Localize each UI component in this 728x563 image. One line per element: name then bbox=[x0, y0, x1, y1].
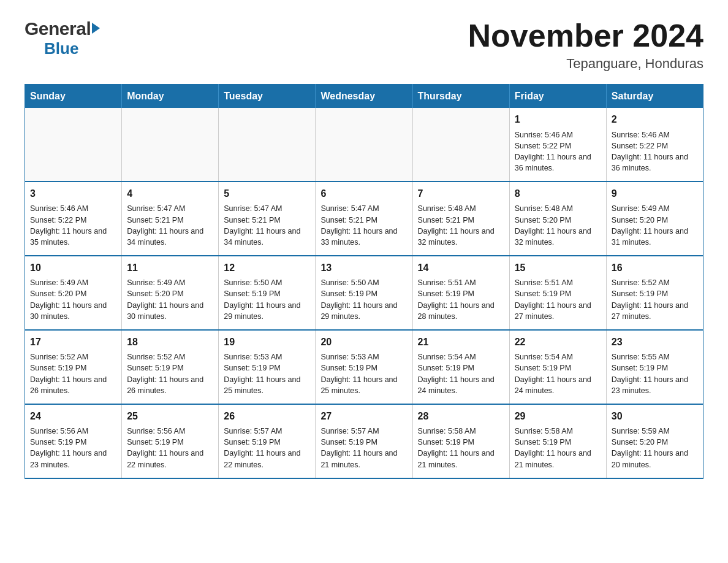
week-row-4: 17Sunrise: 5:52 AM Sunset: 5:19 PM Dayli… bbox=[25, 330, 703, 404]
logo-general-text: General bbox=[25, 18, 91, 39]
day-info: Sunrise: 5:57 AM Sunset: 5:19 PM Dayligh… bbox=[320, 426, 407, 470]
calendar-cell: 30Sunrise: 5:59 AM Sunset: 5:20 PM Dayli… bbox=[606, 404, 703, 478]
calendar-cell bbox=[25, 108, 122, 182]
calendar-cell: 24Sunrise: 5:56 AM Sunset: 5:19 PM Dayli… bbox=[25, 404, 122, 478]
day-info: Sunrise: 5:53 AM Sunset: 5:19 PM Dayligh… bbox=[224, 351, 310, 396]
page-header: General Blue November 2024 Tepanguare, H… bbox=[25, 18, 703, 72]
calendar-cell: 21Sunrise: 5:54 AM Sunset: 5:19 PM Dayli… bbox=[412, 330, 509, 404]
calendar-cell: 25Sunrise: 5:56 AM Sunset: 5:19 PM Dayli… bbox=[122, 404, 219, 478]
header-day-saturday: Saturday bbox=[606, 85, 703, 109]
day-info: Sunrise: 5:46 AM Sunset: 5:22 PM Dayligh… bbox=[30, 203, 116, 248]
day-info: Sunrise: 5:58 AM Sunset: 5:19 PM Dayligh… bbox=[418, 426, 504, 470]
calendar-cell: 9Sunrise: 5:49 AM Sunset: 5:20 PM Daylig… bbox=[606, 182, 703, 256]
day-number: 24 bbox=[30, 410, 116, 423]
day-number: 27 bbox=[320, 410, 407, 423]
calendar-table: SundayMondayTuesdayWednesdayThursdayFrid… bbox=[25, 84, 703, 478]
calendar-cell: 18Sunrise: 5:52 AM Sunset: 5:19 PM Dayli… bbox=[122, 330, 219, 404]
day-info: Sunrise: 5:57 AM Sunset: 5:19 PM Dayligh… bbox=[224, 426, 310, 470]
day-info: Sunrise: 5:54 AM Sunset: 5:19 PM Dayligh… bbox=[418, 351, 504, 396]
day-number: 15 bbox=[515, 261, 601, 275]
day-info: Sunrise: 5:54 AM Sunset: 5:19 PM Dayligh… bbox=[515, 351, 601, 396]
day-number: 17 bbox=[30, 335, 116, 349]
week-row-1: 1Sunrise: 5:46 AM Sunset: 5:22 PM Daylig… bbox=[25, 108, 703, 182]
calendar-cell: 6Sunrise: 5:47 AM Sunset: 5:21 PM Daylig… bbox=[316, 182, 412, 256]
calendar-cell: 4Sunrise: 5:47 AM Sunset: 5:21 PM Daylig… bbox=[122, 182, 219, 256]
day-number: 6 bbox=[320, 187, 407, 201]
calendar-cell: 22Sunrise: 5:54 AM Sunset: 5:19 PM Dayli… bbox=[509, 330, 606, 404]
logo-blue-text: Blue bbox=[44, 39, 78, 58]
week-row-5: 24Sunrise: 5:56 AM Sunset: 5:19 PM Dayli… bbox=[25, 404, 703, 478]
day-info: Sunrise: 5:56 AM Sunset: 5:19 PM Dayligh… bbox=[127, 426, 213, 470]
header-day-sunday: Sunday bbox=[25, 85, 122, 109]
day-number: 20 bbox=[320, 335, 407, 349]
day-number: 26 bbox=[224, 410, 310, 423]
day-info: Sunrise: 5:49 AM Sunset: 5:20 PM Dayligh… bbox=[30, 277, 116, 322]
calendar-cell bbox=[412, 108, 509, 182]
day-info: Sunrise: 5:56 AM Sunset: 5:19 PM Dayligh… bbox=[30, 426, 116, 470]
day-info: Sunrise: 5:49 AM Sunset: 5:20 PM Dayligh… bbox=[612, 203, 698, 248]
title-block: November 2024 Tepanguare, Honduras bbox=[468, 18, 703, 72]
calendar-cell: 7Sunrise: 5:48 AM Sunset: 5:21 PM Daylig… bbox=[412, 182, 509, 256]
day-number: 11 bbox=[127, 261, 213, 275]
location-text: Tepanguare, Honduras bbox=[468, 56, 703, 72]
logo-arrow-icon bbox=[92, 23, 100, 34]
day-info: Sunrise: 5:47 AM Sunset: 5:21 PM Dayligh… bbox=[320, 203, 407, 248]
day-info: Sunrise: 5:51 AM Sunset: 5:19 PM Dayligh… bbox=[515, 277, 601, 322]
day-number: 5 bbox=[224, 187, 310, 201]
week-row-3: 10Sunrise: 5:49 AM Sunset: 5:20 PM Dayli… bbox=[25, 256, 703, 330]
calendar-cell: 10Sunrise: 5:49 AM Sunset: 5:20 PM Dayli… bbox=[25, 256, 122, 330]
week-row-2: 3Sunrise: 5:46 AM Sunset: 5:22 PM Daylig… bbox=[25, 182, 703, 256]
day-info: Sunrise: 5:47 AM Sunset: 5:21 PM Dayligh… bbox=[224, 203, 310, 248]
calendar-cell: 2Sunrise: 5:46 AM Sunset: 5:22 PM Daylig… bbox=[606, 108, 703, 182]
day-number: 8 bbox=[515, 187, 601, 201]
day-info: Sunrise: 5:52 AM Sunset: 5:19 PM Dayligh… bbox=[612, 277, 698, 322]
calendar-header: SundayMondayTuesdayWednesdayThursdayFrid… bbox=[25, 85, 703, 109]
calendar-cell: 5Sunrise: 5:47 AM Sunset: 5:21 PM Daylig… bbox=[219, 182, 316, 256]
calendar-cell: 29Sunrise: 5:58 AM Sunset: 5:19 PM Dayli… bbox=[509, 404, 606, 478]
header-day-tuesday: Tuesday bbox=[219, 85, 316, 109]
day-number: 13 bbox=[320, 261, 407, 275]
calendar-cell: 28Sunrise: 5:58 AM Sunset: 5:19 PM Dayli… bbox=[412, 404, 509, 478]
day-info: Sunrise: 5:58 AM Sunset: 5:19 PM Dayligh… bbox=[515, 426, 601, 470]
calendar-cell: 19Sunrise: 5:53 AM Sunset: 5:19 PM Dayli… bbox=[219, 330, 316, 404]
day-number: 21 bbox=[418, 335, 504, 349]
day-info: Sunrise: 5:52 AM Sunset: 5:19 PM Dayligh… bbox=[30, 351, 116, 396]
day-number: 18 bbox=[127, 335, 213, 349]
calendar-body: 1Sunrise: 5:46 AM Sunset: 5:22 PM Daylig… bbox=[25, 108, 703, 478]
day-number: 4 bbox=[127, 187, 213, 201]
day-number: 1 bbox=[515, 113, 601, 126]
day-info: Sunrise: 5:55 AM Sunset: 5:19 PM Dayligh… bbox=[612, 351, 698, 396]
header-row: SundayMondayTuesdayWednesdayThursdayFrid… bbox=[25, 85, 703, 109]
month-title: November 2024 bbox=[468, 18, 703, 53]
calendar-cell: 12Sunrise: 5:50 AM Sunset: 5:19 PM Dayli… bbox=[219, 256, 316, 330]
calendar-cell: 13Sunrise: 5:50 AM Sunset: 5:19 PM Dayli… bbox=[316, 256, 412, 330]
day-info: Sunrise: 5:52 AM Sunset: 5:19 PM Dayligh… bbox=[127, 351, 213, 396]
day-number: 2 bbox=[612, 113, 698, 126]
calendar-cell bbox=[122, 108, 219, 182]
header-day-friday: Friday bbox=[509, 85, 606, 109]
calendar-cell: 26Sunrise: 5:57 AM Sunset: 5:19 PM Dayli… bbox=[219, 404, 316, 478]
day-number: 19 bbox=[224, 335, 310, 349]
day-info: Sunrise: 5:49 AM Sunset: 5:20 PM Dayligh… bbox=[127, 277, 213, 322]
day-number: 30 bbox=[612, 410, 698, 423]
logo: General Blue bbox=[25, 18, 100, 58]
day-info: Sunrise: 5:50 AM Sunset: 5:19 PM Dayligh… bbox=[224, 277, 310, 322]
header-day-monday: Monday bbox=[122, 85, 219, 109]
day-number: 28 bbox=[418, 410, 504, 423]
calendar-cell: 11Sunrise: 5:49 AM Sunset: 5:20 PM Dayli… bbox=[122, 256, 219, 330]
calendar-cell: 1Sunrise: 5:46 AM Sunset: 5:22 PM Daylig… bbox=[509, 108, 606, 182]
day-info: Sunrise: 5:46 AM Sunset: 5:22 PM Dayligh… bbox=[612, 129, 698, 174]
day-info: Sunrise: 5:53 AM Sunset: 5:19 PM Dayligh… bbox=[320, 351, 407, 396]
calendar-cell bbox=[316, 108, 412, 182]
day-info: Sunrise: 5:50 AM Sunset: 5:19 PM Dayligh… bbox=[320, 277, 407, 322]
calendar-cell: 23Sunrise: 5:55 AM Sunset: 5:19 PM Dayli… bbox=[606, 330, 703, 404]
header-day-wednesday: Wednesday bbox=[316, 85, 412, 109]
day-info: Sunrise: 5:48 AM Sunset: 5:20 PM Dayligh… bbox=[515, 203, 601, 248]
day-number: 9 bbox=[612, 187, 698, 201]
day-info: Sunrise: 5:48 AM Sunset: 5:21 PM Dayligh… bbox=[418, 203, 504, 248]
calendar-cell: 14Sunrise: 5:51 AM Sunset: 5:19 PM Dayli… bbox=[412, 256, 509, 330]
day-info: Sunrise: 5:59 AM Sunset: 5:20 PM Dayligh… bbox=[612, 426, 698, 470]
day-number: 22 bbox=[515, 335, 601, 349]
header-day-thursday: Thursday bbox=[412, 85, 509, 109]
calendar-cell: 20Sunrise: 5:53 AM Sunset: 5:19 PM Dayli… bbox=[316, 330, 412, 404]
